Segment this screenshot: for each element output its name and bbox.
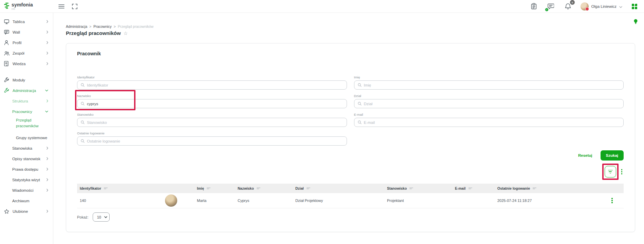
chevron-right-icon (47, 210, 48, 213)
breadcrumb-current: Przegląd pracowników (118, 24, 153, 29)
sidebar-item-ulubione[interactable]: Ulubione (0, 206, 53, 217)
breadcrumb-pracownicy[interactable]: Pracownicy (93, 24, 112, 29)
sidebar-item-archiwum[interactable]: Archiwum (0, 195, 53, 206)
favorite-star-icon[interactable]: ☆ (124, 31, 128, 36)
table-options-kebab-icon[interactable] (620, 168, 624, 176)
sidebar-item-pracownicy[interactable]: Pracownicy (0, 106, 53, 117)
search-icon (81, 102, 85, 106)
apps-grid-icon[interactable] (630, 2, 639, 11)
notification-count-badge: 9 (570, 0, 575, 5)
chevron-right-icon (47, 41, 48, 44)
messages-chat-icon[interactable]: ✓ (546, 2, 555, 11)
chevron-right-icon (47, 168, 48, 171)
dzial-input[interactable] (364, 102, 620, 106)
wall-icon (4, 30, 10, 35)
sort-icon (409, 188, 413, 189)
hamburger-menu-icon[interactable] (57, 3, 66, 10)
notifications-bell-icon[interactable]: 9 (564, 2, 572, 11)
sidebar-item-wiadomosci[interactable]: Wiadomości (0, 185, 53, 195)
user-avatar (581, 2, 589, 11)
stanowisko-input[interactable] (87, 120, 343, 125)
search-button[interactable]: Szukaj (601, 150, 624, 161)
chevron-right-icon (47, 31, 48, 34)
sort-icon (257, 188, 260, 189)
field-email: E-mail (354, 113, 624, 127)
column-header-ostatnie-logowanie[interactable]: Ostatnie logowanie (495, 186, 607, 190)
sort-icon (307, 188, 310, 189)
column-header-stanowisko[interactable]: Stanowisko (384, 186, 452, 190)
identyfikator-input[interactable] (87, 83, 343, 87)
chevron-right-icon (47, 99, 48, 102)
sidebar-item-przeglad-pracownikow[interactable]: Przegląd pracowników (0, 117, 53, 132)
main-content: Administracja > Pracownicy > Przegląd pr… (54, 13, 644, 244)
chevron-down-icon (45, 90, 48, 92)
sidebar-item-struktura[interactable]: Struktura (0, 96, 53, 106)
chevron-right-icon (47, 62, 48, 65)
fullscreen-icon[interactable] (71, 2, 79, 11)
table-row[interactable]: 140 Marta Cyprys Dział Projektowy Projek… (77, 193, 624, 208)
wrench-icon (4, 88, 10, 93)
chevron-right-icon (47, 52, 48, 55)
help-lightbulb-icon[interactable] (633, 19, 638, 25)
sidebar-item-zespol[interactable]: Zespół (0, 48, 53, 58)
sidebar-item-grupy-systemowe[interactable]: Grupy systemowe (0, 132, 53, 143)
field-stanowisko: Stanowisko (77, 113, 347, 127)
tasks-clipboard-icon[interactable] (530, 2, 538, 11)
page-size-select[interactable]: 10 (93, 212, 110, 222)
column-filter-button[interactable] (605, 166, 616, 177)
sidebar-item-stanowiska[interactable]: Stanowiska (0, 143, 53, 153)
ostatnie-logowanie-input[interactable] (87, 139, 343, 143)
app-root: symfonia HR (0, 0, 644, 244)
page-title: Przegląd pracowników (66, 30, 121, 36)
employees-table: Identyfikator Imię Nazwisko Dział (77, 184, 624, 208)
page-size-label: Pokaż: (77, 215, 89, 219)
sidebar-item-profil[interactable]: Profil (0, 37, 53, 48)
user-menu[interactable]: Olga Liniewicz (581, 2, 622, 11)
chevron-right-icon (47, 189, 48, 192)
search-form: Identyfikator Imię Nazwisko (77, 75, 624, 146)
sidebar-item-opisy-stanowisk[interactable]: Opisy stanowisk (0, 153, 53, 164)
logo-text: symfonia (12, 2, 33, 7)
nazwisko-input[interactable] (87, 102, 343, 106)
topbar: symfonia HR (0, 0, 644, 13)
person-icon (4, 40, 10, 45)
search-icon (81, 83, 85, 87)
logo-product-label: HR (12, 8, 33, 10)
cell-avatar (145, 194, 194, 207)
sidebar-item-tablica[interactable]: Tablica (0, 16, 53, 27)
sidebar-item-wiedza[interactable]: Wiedza (0, 58, 53, 69)
pagination: Pokaż: 10 (77, 212, 624, 222)
email-input[interactable] (364, 120, 620, 125)
symfonia-logo-icon (4, 3, 10, 9)
table-header-row: Identyfikator Imię Nazwisko Dział (77, 184, 624, 193)
cell-stanowisko: Projektant (384, 199, 452, 203)
sidebar-item-wall[interactable]: Wall (0, 27, 53, 37)
search-icon (81, 120, 85, 124)
column-header-nazwisko[interactable]: Nazwisko (235, 186, 293, 190)
search-icon (358, 120, 362, 124)
chevron-right-icon (47, 147, 48, 150)
column-header-imie[interactable]: Imię (194, 186, 235, 190)
chevron-right-icon (47, 157, 48, 160)
field-dzial: Dział (354, 94, 624, 108)
card-title: Pracownik (77, 51, 624, 56)
sort-icon (468, 188, 472, 189)
cell-identyfikator: 140 (77, 199, 145, 203)
reset-button[interactable]: Resetuj (578, 153, 592, 157)
field-identyfikator: Identyfikator (77, 75, 347, 90)
user-name: Olga Liniewicz (591, 4, 617, 8)
column-header-email[interactable]: E-mail (452, 186, 495, 190)
sidebar-item-prawa-dostepu[interactable]: Prawa dostępu (0, 164, 53, 174)
column-header-identyfikator[interactable]: Identyfikator (77, 186, 145, 190)
chevron-down-icon (45, 111, 48, 113)
app-logo[interactable]: symfonia HR (4, 2, 54, 10)
sidebar-item-moduly[interactable]: Moduły (0, 75, 53, 85)
sidebar-item-statystyka-wizyt[interactable]: Statystyka wizyt (0, 174, 53, 185)
imie-input[interactable] (364, 83, 620, 87)
column-header-dzial[interactable]: Dział (293, 186, 384, 190)
row-actions-kebab-icon[interactable] (610, 196, 614, 205)
team-icon (4, 51, 10, 56)
breadcrumb-administracja[interactable]: Administracja (66, 24, 87, 29)
field-nazwisko: Nazwisko (77, 94, 347, 108)
sidebar-item-administracja[interactable]: Administracja (0, 85, 53, 96)
